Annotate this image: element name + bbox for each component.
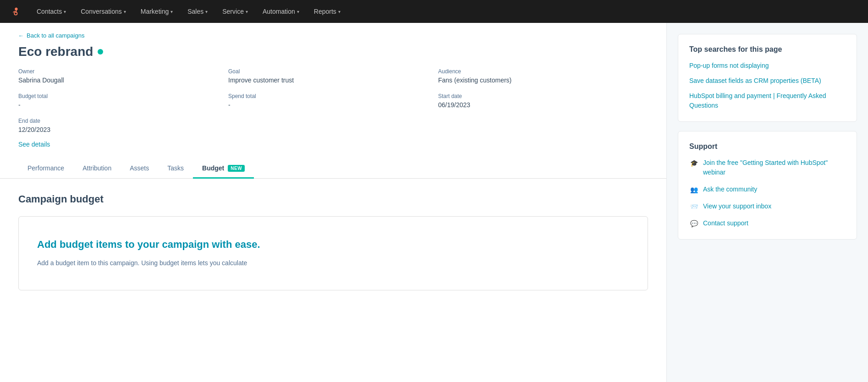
campaign-header: Eco rebrand Owner Sabrina Dougall Goal I…	[0, 39, 666, 159]
nav-label-service: Service	[222, 8, 244, 15]
nav-chevron-sales: ▾	[205, 9, 208, 14]
budget-total-label: Budget total	[18, 93, 228, 99]
spend-total-value: -	[228, 101, 438, 109]
top-navigation: Contacts▾Conversations▾Marketing▾Sales▾S…	[0, 0, 868, 23]
back-arrow-icon: ←	[18, 33, 24, 39]
tabs-bar: PerformanceAttributionAssetsTasksBudgetN…	[0, 159, 666, 179]
nav-item-reports[interactable]: Reports▾	[307, 0, 348, 23]
budget-card: Add budget items to your campaign with e…	[18, 216, 648, 290]
support-link-3[interactable]: 💬 Contact support	[689, 218, 846, 228]
support-title: Support	[689, 142, 846, 151]
nav-item-contacts[interactable]: Contacts▾	[29, 0, 73, 23]
nav-chevron-conversations: ▾	[124, 9, 126, 14]
support-icon-1: 👥	[689, 185, 698, 194]
support-link-text-3: Contact support	[703, 218, 748, 228]
nav-chevron-reports: ▾	[338, 9, 341, 14]
see-details-link[interactable]: See details	[18, 141, 50, 148]
campaign-title-row: Eco rebrand	[18, 44, 648, 59]
support-card: Support 🎓 Join the free "Getting Started…	[678, 131, 857, 240]
tab-badge-budget: NEW	[228, 165, 245, 172]
nav-item-sales[interactable]: Sales▾	[180, 0, 215, 23]
tab-label-performance: Performance	[27, 164, 64, 172]
nav-chevron-automation: ▾	[297, 9, 299, 14]
nav-label-automation: Automation	[263, 8, 295, 15]
support-icon-3: 💬	[689, 219, 698, 228]
nav-label-marketing: Marketing	[141, 8, 169, 15]
tab-attribution[interactable]: Attribution	[73, 159, 121, 179]
support-link-2[interactable]: 📨 View your support inbox	[689, 202, 846, 211]
support-link-text-1: Ask the community	[703, 185, 757, 194]
support-link-text-2: View your support inbox	[703, 202, 771, 211]
tab-label-budget: Budget	[202, 164, 224, 172]
spend-total-label: Spend total	[228, 93, 438, 99]
goal-value: Improve customer trust	[228, 76, 438, 84]
end-date-value: 12/20/2023	[18, 126, 228, 133]
tab-performance[interactable]: Performance	[18, 159, 73, 179]
audience-value: Fans (existing customers)	[438, 76, 648, 84]
support-icon-0: 🎓	[689, 158, 698, 168]
nav-chevron-service: ▾	[246, 9, 248, 14]
goal-label: Goal	[228, 68, 438, 75]
start-date-value: 06/19/2023	[438, 101, 648, 109]
audience-label: Audience	[438, 68, 648, 75]
nav-item-automation[interactable]: Automation▾	[255, 0, 307, 23]
campaign-meta-grid: Owner Sabrina Dougall Goal Improve custo…	[18, 68, 648, 133]
nav-chevron-marketing: ▾	[170, 9, 173, 14]
tab-label-assets: Assets	[130, 164, 149, 172]
status-active-dot	[98, 49, 103, 55]
budget-card-desc: Add a budget item to this campaign. Usin…	[37, 258, 629, 268]
budget-total-meta: Budget total -	[18, 93, 228, 109]
nav-chevron-contacts: ▾	[64, 9, 66, 14]
nav-label-sales: Sales	[187, 8, 203, 15]
page-layout: ← Back to all campaigns Eco rebrand Owne…	[0, 23, 868, 382]
right-panel: Top searches for this page Pop-up forms …	[666, 23, 868, 382]
tab-label-attribution: Attribution	[82, 164, 111, 172]
top-search-link-0[interactable]: Pop-up forms not displaying	[689, 61, 846, 71]
tab-assets[interactable]: Assets	[121, 159, 158, 179]
hubspot-logo[interactable]	[7, 3, 24, 20]
nav-label-conversations: Conversations	[81, 8, 122, 15]
end-date-meta: End date 12/20/2023	[18, 118, 228, 133]
nav-label-reports: Reports	[314, 8, 336, 15]
owner-meta: Owner Sabrina Dougall	[18, 68, 228, 84]
top-search-link-1[interactable]: Save dataset fields as CRM properties (B…	[689, 76, 846, 86]
top-searches-card: Top searches for this page Pop-up forms …	[678, 34, 857, 122]
top-searches-title: Top searches for this page	[689, 45, 846, 54]
budget-card-title: Add budget items to your campaign with e…	[37, 239, 629, 251]
nav-item-service[interactable]: Service▾	[215, 0, 255, 23]
breadcrumb-label: Back to all campaigns	[27, 32, 84, 39]
tab-label-tasks: Tasks	[167, 164, 184, 172]
main-content: ← Back to all campaigns Eco rebrand Owne…	[0, 23, 666, 382]
start-date-label: Start date	[438, 93, 648, 99]
nav-item-marketing[interactable]: Marketing▾	[133, 0, 180, 23]
support-icon-2: 📨	[689, 202, 698, 211]
nav-label-contacts: Contacts	[37, 8, 62, 15]
spend-total-meta: Spend total -	[228, 93, 438, 109]
owner-value: Sabrina Dougall	[18, 76, 228, 84]
goal-meta: Goal Improve customer trust	[228, 68, 438, 84]
breadcrumb-section: ← Back to all campaigns	[0, 23, 666, 39]
campaign-budget-title: Campaign budget	[18, 193, 648, 205]
top-search-link-2[interactable]: HubSpot billing and payment | Frequently…	[689, 91, 846, 110]
budget-section: Campaign budget Add budget items to your…	[0, 179, 666, 305]
nav-item-conversations[interactable]: Conversations▾	[73, 0, 133, 23]
campaign-title: Eco rebrand	[18, 44, 93, 59]
budget-total-value: -	[18, 101, 228, 109]
support-link-text-0: Join the free "Getting Started with HubS…	[703, 158, 846, 177]
owner-label: Owner	[18, 68, 228, 75]
tab-tasks[interactable]: Tasks	[158, 159, 193, 179]
end-date-label: End date	[18, 118, 228, 124]
back-to-campaigns-link[interactable]: ← Back to all campaigns	[18, 32, 648, 39]
tab-budget[interactable]: BudgetNEW	[193, 159, 254, 179]
support-link-0[interactable]: 🎓 Join the free "Getting Started with Hu…	[689, 158, 846, 177]
support-link-1[interactable]: 👥 Ask the community	[689, 185, 846, 194]
start-date-meta: Start date 06/19/2023	[438, 93, 648, 109]
audience-meta: Audience Fans (existing customers)	[438, 68, 648, 84]
